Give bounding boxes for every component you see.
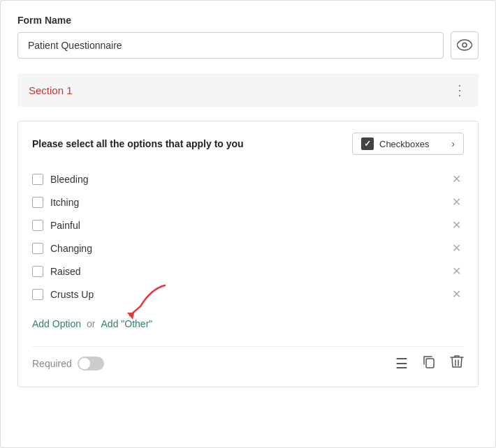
preview-button[interactable]	[451, 31, 479, 59]
option-remove-4[interactable]: ✕	[449, 264, 464, 278]
option-checkbox-3[interactable]	[32, 243, 43, 254]
option-item: Crusts Up ✕	[32, 283, 464, 306]
form-name-input[interactable]	[17, 32, 444, 59]
svg-rect-2	[426, 359, 434, 368]
type-arrow-icon: ›	[451, 138, 455, 149]
option-checkbox-1[interactable]	[32, 197, 43, 208]
delete-icon[interactable]	[450, 354, 464, 373]
option-label-4: Raised	[50, 266, 442, 277]
trash-svg-icon	[450, 354, 464, 369]
add-option-link[interactable]: Add Option	[32, 318, 81, 329]
type-badge-label: Checkboxes	[379, 139, 446, 149]
option-remove-1[interactable]: ✕	[449, 195, 464, 209]
option-label-1: Itching	[50, 197, 442, 208]
option-remove-5[interactable]: ✕	[449, 288, 464, 301]
option-remove-0[interactable]: ✕	[449, 172, 464, 186]
footer-icons: ☰	[395, 354, 464, 373]
red-arrow-icon	[109, 282, 172, 320]
option-checkbox-4[interactable]	[32, 266, 43, 277]
main-container: Form Name Section 1 ⋮ Please select all …	[0, 0, 496, 448]
copy-svg-icon	[422, 354, 436, 368]
option-label-2: Painful	[50, 220, 442, 231]
option-checkbox-2[interactable]	[32, 220, 43, 231]
option-checkbox-5[interactable]	[32, 289, 43, 300]
option-item: Painful ✕	[32, 214, 464, 237]
svg-point-0	[462, 43, 467, 47]
question-text: Please select all the options that apply…	[32, 138, 352, 149]
required-row: Required	[32, 357, 104, 371]
svg-marker-1	[127, 313, 134, 320]
section-menu-icon[interactable]: ⋮	[453, 82, 467, 98]
form-name-label: Form Name	[17, 15, 479, 26]
option-label-0: Bleeding	[50, 174, 442, 185]
option-item: Changing ✕	[32, 237, 464, 260]
checkbox-icon	[361, 137, 374, 150]
footer-bar: Required ☰	[32, 346, 464, 373]
option-remove-2[interactable]: ✕	[449, 218, 464, 232]
section-title: Section 1	[29, 84, 73, 96]
required-label: Required	[32, 358, 72, 369]
option-checkbox-0[interactable]	[32, 174, 43, 185]
eye-icon	[457, 39, 472, 52]
question-header: Please select all the options that apply…	[32, 133, 464, 155]
add-option-row: Add Option or Add "Other"	[32, 315, 464, 329]
option-item: Raised ✕	[32, 260, 464, 283]
options-list: Bleeding ✕ Itching ✕ Painful ✕ Changing …	[32, 167, 464, 306]
option-label-3: Changing	[50, 243, 442, 254]
question-type-selector[interactable]: Checkboxes ›	[352, 133, 464, 155]
filter-icon[interactable]: ☰	[395, 355, 408, 372]
copy-icon[interactable]	[422, 354, 436, 372]
option-item: Bleeding ✕	[32, 167, 464, 191]
option-item: Itching ✕	[32, 191, 464, 214]
option-remove-3[interactable]: ✕	[449, 241, 464, 255]
or-text: or	[87, 318, 95, 329]
section-bar: Section 1 ⋮	[17, 73, 479, 107]
required-toggle[interactable]	[78, 357, 104, 371]
question-area: Please select all the options that apply…	[17, 121, 479, 387]
form-name-row	[17, 31, 479, 59]
